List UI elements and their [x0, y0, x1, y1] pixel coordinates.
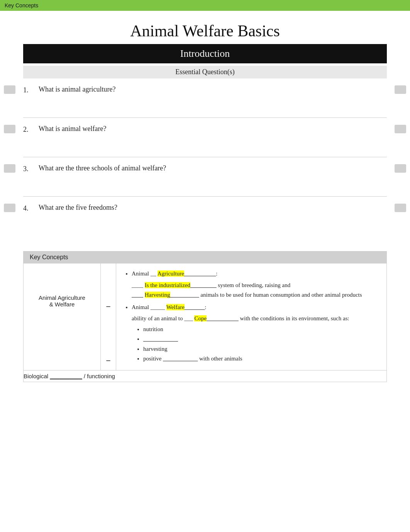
kc-highlight-welfare: Welfare: [166, 304, 185, 310]
question-item-2: 2. What is animal welfare?: [23, 118, 387, 157]
kc-sub-item-nutrition: nutrition: [143, 325, 379, 335]
question-item-4: 4. What are the five freedoms?: [23, 197, 387, 236]
kc-dash2-content: ability of an animal to ___ Cope________…: [132, 314, 379, 365]
kc-bullet2-pre: Animal _____: [132, 304, 166, 310]
kc-dash2-blank: ___________: [207, 315, 239, 321]
kc-dash2-section: ability of an animal to ___ Cope________…: [132, 314, 379, 365]
intro-label: Introduction: [180, 48, 230, 59]
kc-dash1-content: ____ Is the industrialized_________ syst…: [132, 280, 379, 300]
kc-sub-item-positive: positive ____________ with other animals: [143, 354, 379, 364]
kc-right-col: Animal __ Agriculture___________: ____ I…: [116, 263, 386, 370]
key-concepts-section: Key Concepts Animal Agriculture& Welfare…: [23, 251, 387, 382]
kc-sub-blank: ____________: [143, 336, 178, 342]
side-indicator-right-1: [395, 85, 406, 94]
kc-bullet-item-2: Animal _____ Welfare_______:: [132, 303, 379, 313]
kc-bullet1-pre: Animal __: [132, 270, 158, 277]
kc-bullet2-blank: _______: [185, 304, 205, 310]
kc-bullet-list-2: Animal _____ Welfare_______:: [124, 303, 379, 313]
question-text-4: What are the five freedoms?: [39, 204, 387, 212]
questions-container: 1. What is animal agriculture? 2. What i…: [23, 78, 387, 236]
top-bar: Key Concepts: [0, 0, 410, 11]
side-indicator-right-2: [395, 125, 406, 133]
kc-bottom-blank: __________: [50, 373, 82, 379]
kc-highlight-cope: Cope: [194, 315, 207, 321]
question-number-1: 1.: [23, 85, 39, 94]
kc-divider-col: – –: [101, 263, 116, 370]
kc-dash2-text2: with the conditions in its environment, …: [239, 315, 349, 321]
key-concepts-header-label: Key Concepts: [30, 254, 68, 260]
kc-dash1-blank4: __________: [170, 292, 199, 298]
kc-bullet-list-1: Animal __ Agriculture___________:: [124, 269, 379, 279]
kc-sub-item-blank: ____________: [143, 334, 379, 344]
kc-bullet1-blank: ___________: [184, 270, 216, 277]
kc-bottom-partial-text: Biological: [24, 373, 50, 379]
kc-dash1-blank2: _________: [190, 282, 217, 288]
kc-sub-item-harvesting: harvesting: [143, 344, 379, 354]
kc-sub-text-positive: positive: [143, 355, 163, 362]
side-indicator-left-2: [4, 125, 15, 133]
kc-bottom-partial: Biological __________ / functioning: [24, 370, 386, 382]
kc-dash1-blank1: ____: [132, 282, 145, 288]
question-number-3: 3.: [23, 164, 39, 173]
side-indicator-right-3: [395, 164, 406, 173]
kc-highlight-agriculture: Agriculture: [158, 270, 184, 277]
question-item-1: 1. What is animal agriculture?: [23, 78, 387, 118]
side-indicator-left-3: [4, 164, 15, 173]
kc-highlight-harvesting: Harvesting: [145, 292, 170, 298]
essential-questions-label: Essential Question(s): [23, 66, 387, 78]
intro-bar: Introduction: [23, 44, 387, 63]
kc-highlight-industrialized: Is the industrialized: [145, 282, 190, 288]
kc-bullet1-colon: :: [216, 270, 217, 277]
question-item-3: 3. What are the three schools of animal …: [23, 157, 387, 197]
kc-bullet-item-1: Animal __ Agriculture___________:: [132, 269, 379, 279]
kc-bottom-rest: / functioning: [82, 373, 115, 379]
dash-symbol-1: –: [107, 302, 110, 310]
kc-dash1-blank3: ____: [132, 292, 143, 298]
question-text-3: What are the three schools of animal wel…: [39, 164, 387, 172]
kc-sub-text-harvesting: harvesting: [143, 346, 167, 352]
question-text-1: What is animal agriculture?: [39, 85, 387, 93]
side-indicator-left-1: [4, 85, 15, 94]
top-bar-label: Key Concepts: [5, 2, 38, 8]
key-concepts-table: Animal Agriculture& Welfare – – Animal _…: [24, 263, 386, 370]
key-concepts-header: Key Concepts: [24, 252, 386, 263]
side-indicator-right-4: [395, 204, 406, 212]
kc-left-label: Animal Agriculture& Welfare: [39, 294, 85, 308]
kc-sub-list: nutrition ____________ harvesting positi…: [132, 325, 379, 364]
kc-bullet2-colon: :: [205, 304, 206, 310]
page-title: Animal Welfare Basics: [0, 22, 410, 40]
kc-sub-positive-blank: ____________: [163, 355, 198, 362]
question-number-2: 2.: [23, 125, 39, 134]
kc-dash1-mid: system of breeding, raising and: [217, 282, 291, 288]
kc-dash1-post: animals to be used for human consumption…: [199, 292, 362, 298]
kc-sub-positive-rest: with other animals: [198, 355, 242, 362]
kc-sub-text-nutrition: nutrition: [143, 326, 163, 332]
dash-symbol-2: –: [107, 356, 110, 364]
kc-dash2-text1: ability of an animal to ___: [132, 315, 194, 321]
kc-dash1-section: ____ Is the industrialized_________ syst…: [132, 280, 379, 300]
side-indicator-left-4: [4, 204, 15, 212]
question-text-2: What is animal welfare?: [39, 125, 387, 133]
kc-left-col: Animal Agriculture& Welfare: [24, 263, 101, 370]
question-number-4: 4.: [23, 204, 39, 212]
